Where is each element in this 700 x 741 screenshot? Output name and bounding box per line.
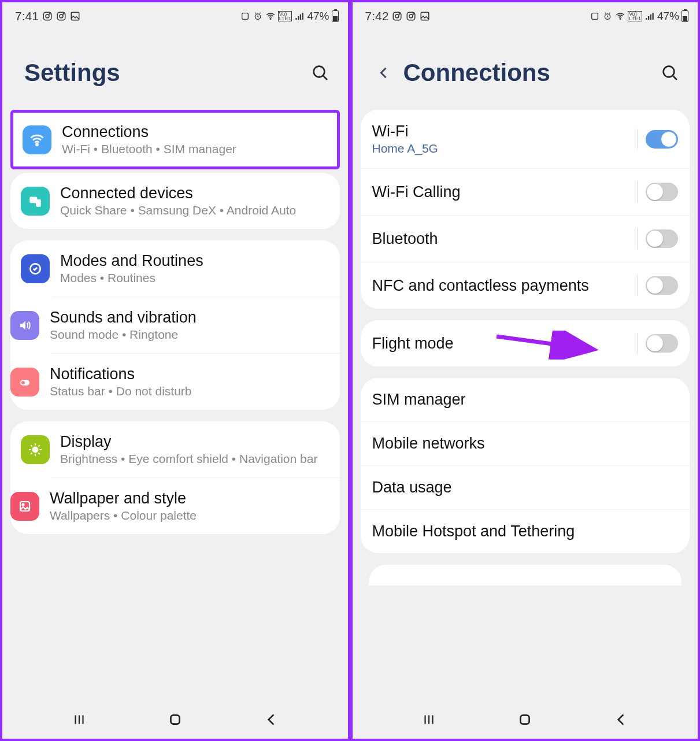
wifi-toggle[interactable]: [646, 130, 678, 149]
svg-point-25: [409, 14, 413, 18]
search-button[interactable]: [658, 61, 682, 84]
sound-icon: [10, 311, 39, 340]
flight-mode-toggle[interactable]: [646, 334, 678, 353]
alarm-icon: [253, 11, 263, 21]
wifi-status-icon: [615, 11, 625, 21]
svg-rect-33: [521, 715, 529, 724]
svg-rect-7: [242, 13, 248, 20]
svg-point-16: [21, 381, 25, 384]
settings-item-connections[interactable]: Connections Wi-Fi • Bluetooth • SIM mana…: [10, 110, 340, 169]
instagram-icon: [42, 11, 53, 21]
nav-bar: [353, 704, 698, 739]
signal-icon: [294, 11, 305, 21]
signal-icon: [645, 11, 655, 21]
settings-item-wallpaper[interactable]: Wallpaper and style Wallpapers • Colour …: [52, 477, 340, 534]
conn-item-wifi-calling[interactable]: Wi-Fi Calling: [361, 168, 690, 215]
notifications-icon: [10, 368, 39, 397]
conn-item-nfc[interactable]: NFC and contactless payments: [361, 262, 690, 309]
settings-item-display[interactable]: Display Brightness • Eye comfort shield …: [10, 421, 340, 477]
svg-point-11: [36, 143, 38, 145]
instagram-icon: [406, 11, 416, 21]
battery-icon: [682, 10, 688, 22]
devices-icon: [21, 187, 50, 216]
back-button[interactable]: [610, 709, 632, 731]
routines-icon: [21, 254, 50, 283]
svg-point-31: [664, 66, 675, 77]
svg-point-1: [46, 14, 49, 18]
display-icon: [21, 435, 50, 464]
nav-bar: [2, 704, 348, 739]
image-icon: [420, 11, 430, 21]
status-time: 7:41: [15, 9, 39, 23]
image-icon: [70, 11, 80, 21]
page-title: Settings: [24, 59, 120, 87]
home-button[interactable]: [164, 709, 186, 731]
conn-item-hotspot[interactable]: Mobile Hotspot and Tethering: [361, 509, 690, 553]
svg-point-10: [313, 66, 324, 77]
recents-button[interactable]: [418, 709, 440, 731]
svg-rect-20: [171, 715, 179, 724]
home-button[interactable]: [514, 709, 536, 731]
svg-point-17: [32, 446, 39, 453]
page-title: Connections: [403, 59, 550, 87]
svg-point-19: [23, 503, 24, 505]
status-bar: 7:41 Vo)LTE1 47%: [2, 2, 348, 30]
svg-point-4: [60, 14, 63, 18]
nfc-icon: [590, 11, 600, 21]
conn-item-bluetooth[interactable]: Bluetooth: [361, 215, 690, 262]
conn-item-wifi[interactable]: Wi-Fi Home A_5G: [361, 110, 690, 168]
svg-point-2: [49, 13, 50, 14]
settings-header: Settings: [2, 30, 348, 110]
nfc-toggle[interactable]: [646, 276, 678, 295]
wallpaper-icon: [10, 492, 39, 521]
back-button[interactable]: [375, 64, 393, 82]
recents-button[interactable]: [68, 709, 90, 731]
settings-item-modes[interactable]: Modes and Routines Modes • Routines: [10, 240, 340, 297]
connections-header: Connections: [353, 30, 698, 110]
nfc-icon: [240, 11, 250, 21]
svg-point-26: [413, 13, 414, 14]
status-bar: 7:42 Vo)LTE1 47%: [353, 2, 698, 30]
wifi-status-icon: [265, 11, 276, 21]
next-card-peek: [369, 565, 682, 586]
settings-item-notifications[interactable]: Notifications Status bar • Do not distur…: [52, 353, 340, 410]
svg-rect-6: [71, 12, 79, 20]
instagram-icon: [56, 11, 66, 21]
settings-item-title: Connections: [62, 123, 328, 141]
conn-item-sim[interactable]: SIM manager: [361, 378, 690, 421]
svg-point-22: [395, 14, 399, 18]
bluetooth-toggle[interactable]: [646, 229, 678, 248]
back-button[interactable]: [260, 709, 282, 731]
volte-icon: Vo)LTE1: [628, 11, 642, 21]
connections-list: Wi-Fi Home A_5G Wi-Fi Calling Bluetooth …: [353, 110, 698, 704]
settings-item-sounds[interactable]: Sounds and vibration Sound mode • Ringto…: [52, 297, 340, 353]
svg-point-9: [270, 18, 271, 20]
battery-pct: 47%: [657, 10, 679, 23]
status-time: 7:42: [365, 9, 389, 23]
conn-item-mobile-networks[interactable]: Mobile networks: [361, 421, 690, 465]
settings-list: Connections Wi-Fi • Bluetooth • SIM mana…: [2, 110, 348, 704]
svg-rect-13: [36, 199, 41, 206]
volte-icon: Vo)LTE1: [278, 11, 292, 21]
settings-item-sub: Wi-Fi • Bluetooth • SIM manager: [62, 142, 328, 156]
wifi-calling-toggle[interactable]: [646, 183, 678, 201]
phone-settings: 7:41 Vo)LTE1 47% Settings: [0, 0, 350, 741]
svg-rect-27: [421, 12, 429, 20]
svg-rect-28: [592, 13, 598, 20]
instagram-icon: [392, 11, 402, 21]
search-button[interactable]: [309, 61, 332, 84]
battery-icon: [332, 10, 339, 22]
battery-pct: 47%: [307, 10, 329, 23]
wifi-icon: [23, 125, 51, 154]
conn-item-flight-mode[interactable]: Flight mode: [361, 320, 690, 366]
svg-point-5: [63, 13, 64, 14]
svg-point-30: [620, 18, 621, 20]
conn-item-data-usage[interactable]: Data usage: [361, 465, 690, 509]
svg-rect-18: [20, 502, 29, 511]
alarm-icon: [602, 11, 613, 21]
settings-item-connected-devices[interactable]: Connected devices Quick Share • Samsung …: [10, 173, 340, 229]
phone-connections: 7:42 Vo)LTE1 47% Connections: [350, 0, 701, 741]
svg-point-23: [399, 13, 401, 14]
